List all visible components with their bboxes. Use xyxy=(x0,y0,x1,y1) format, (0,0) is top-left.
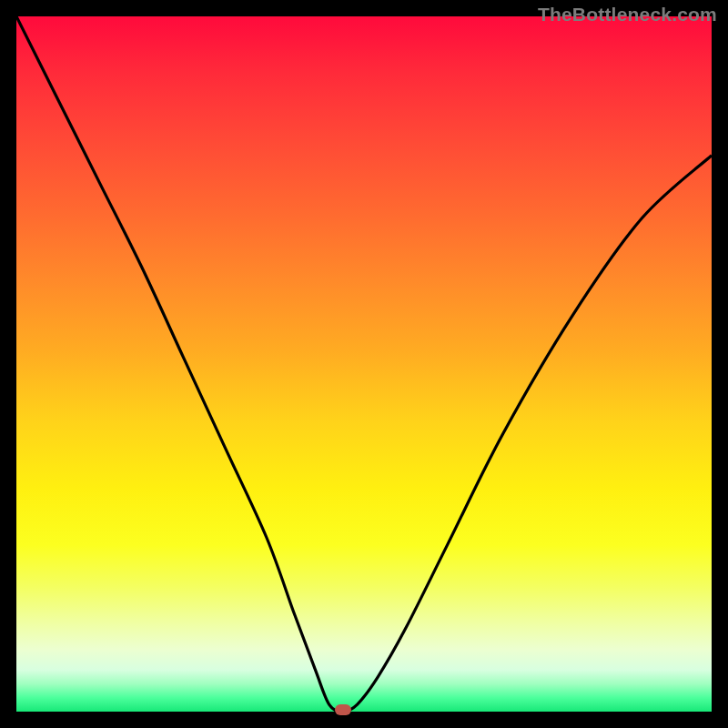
chart-frame: TheBottleneck.com xyxy=(0,0,728,728)
plot-area xyxy=(16,16,712,712)
bottleneck-curve xyxy=(16,16,712,712)
watermark-text: TheBottleneck.com xyxy=(538,4,717,25)
optimum-marker xyxy=(335,704,351,715)
